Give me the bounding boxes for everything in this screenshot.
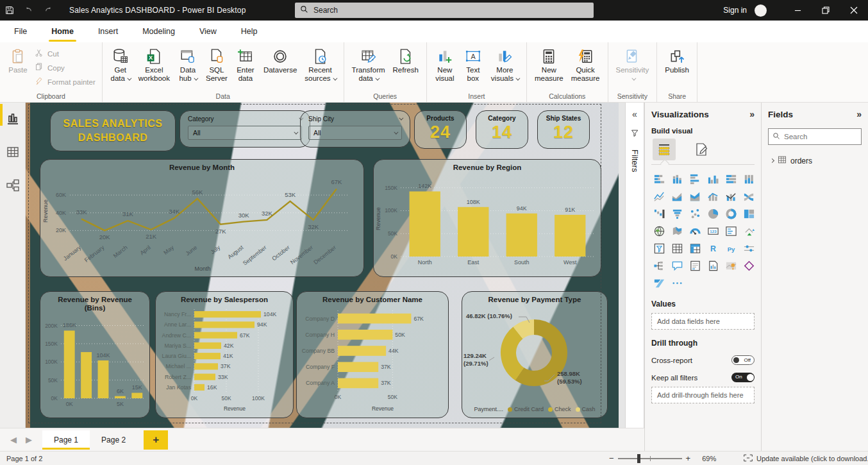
restore-button[interactable] xyxy=(812,0,840,21)
parameter-visual-icon[interactable] xyxy=(741,241,756,256)
power-apps-visual-icon[interactable] xyxy=(741,258,756,273)
avatar[interactable] xyxy=(755,4,767,17)
slicer-ship-city[interactable]: Ship City All xyxy=(300,110,410,148)
keep-all-filters-toggle[interactable]: On xyxy=(731,373,755,382)
pct-stacked-bar-visual-icon[interactable] xyxy=(723,171,739,187)
qa-visual-icon[interactable] xyxy=(669,258,685,273)
ribbon-visual-icon[interactable] xyxy=(741,189,756,204)
pie-visual-icon[interactable] xyxy=(705,206,721,221)
fit-to-page-icon[interactable] xyxy=(744,454,753,463)
more-visual-icon[interactable] xyxy=(669,275,685,291)
menu-tab-file[interactable]: File xyxy=(13,24,28,38)
format-visual-mode-button[interactable] xyxy=(690,139,713,160)
kpi-card-ship-states[interactable]: Ship States 12 xyxy=(537,110,590,149)
collapse-visualizations-icon[interactable]: » xyxy=(749,109,755,119)
expand-table-icon[interactable] xyxy=(770,158,774,163)
search-input[interactable] xyxy=(313,6,588,15)
chart-revenue-by-region[interactable]: Revenue by Region 0K50K100K150KRevenue14… xyxy=(373,159,601,277)
zoom-out-button[interactable]: − xyxy=(609,453,614,463)
dataverse-button[interactable]: Dataverse xyxy=(260,44,301,74)
undo-icon[interactable] xyxy=(19,0,38,21)
chart-revenue-bins[interactable]: Revenue by Revenue (Bins) 0K50K100K150K2… xyxy=(40,291,150,418)
menu-tab-help[interactable]: Help xyxy=(240,24,259,38)
scatter-visual-icon[interactable] xyxy=(687,206,703,221)
filled-map-visual-icon[interactable] xyxy=(669,223,685,239)
line-stacked-column-visual-icon[interactable] xyxy=(705,189,721,204)
redo-icon[interactable] xyxy=(38,0,58,21)
chevron-down-icon[interactable] xyxy=(399,116,403,121)
clustered-column-visual-icon[interactable] xyxy=(705,171,721,187)
map-visual-icon[interactable] xyxy=(651,223,667,239)
next-page-arrow[interactable]: ▶ xyxy=(26,435,32,444)
slicer-dropdown[interactable]: All xyxy=(188,126,302,140)
data-hub-button[interactable]: Datahub xyxy=(174,44,202,83)
r-script-visual-icon[interactable]: R xyxy=(705,241,721,256)
data-view-button[interactable] xyxy=(4,144,21,160)
chart-revenue-by-payment-type[interactable]: Revenue by Payment Type 258.98K(59.53%)1… xyxy=(462,291,608,418)
line-clustered-column-visual-icon[interactable] xyxy=(723,189,739,204)
quick-measure-button[interactable]: Quickmeasure xyxy=(567,44,604,83)
table-orders[interactable]: orders xyxy=(768,155,862,166)
clustered-bar-visual-icon[interactable] xyxy=(687,171,703,187)
chart-revenue-by-salesperson[interactable]: Revenue by Salesperson 0K50K100KNancy Fr… xyxy=(155,291,294,418)
new-visual-button[interactable]: Newvisual xyxy=(431,44,459,83)
minimize-button[interactable] xyxy=(783,0,812,21)
zoom-in-button[interactable]: + xyxy=(686,453,691,463)
area-visual-icon[interactable] xyxy=(669,189,685,204)
donut-visual-icon[interactable] xyxy=(723,206,739,221)
card-visual-icon[interactable]: 123 xyxy=(705,223,721,239)
smart-narrative-visual-icon[interactable] xyxy=(687,258,703,273)
kpi-card-products[interactable]: Products 24 xyxy=(414,110,467,149)
menu-tab-insert[interactable]: Insert xyxy=(97,24,119,38)
chart-revenue-by-customer[interactable]: Revenue by Customer Name 0K50KCompany D6… xyxy=(296,291,449,418)
enter-data-button[interactable]: Enterdata xyxy=(231,44,260,83)
excel-workbook-button[interactable]: XExcelworkbook xyxy=(135,44,174,83)
gauge-visual-icon[interactable] xyxy=(687,223,703,239)
add-drill-through-fields-dropzone[interactable]: Add drill-through fields here xyxy=(651,387,755,403)
text-box-button[interactable]: ATextbox xyxy=(459,44,487,83)
transform-data-button[interactable]: Transformdata xyxy=(348,44,389,83)
model-view-button[interactable] xyxy=(4,177,21,194)
sign-in-button[interactable]: Sign in xyxy=(723,6,747,15)
slicer-visual-icon[interactable] xyxy=(651,241,667,256)
save-icon[interactable] xyxy=(0,0,19,21)
funnel-visual-icon[interactable] xyxy=(669,206,685,221)
kpi-visual-icon[interactable]: ▲ xyxy=(741,223,756,239)
fields-search-input[interactable] xyxy=(784,133,857,140)
new-page-button[interactable]: + xyxy=(144,430,168,450)
table-visual-icon[interactable] xyxy=(669,241,685,256)
line-visual-icon[interactable] xyxy=(651,189,667,204)
refresh-button[interactable]: Refresh xyxy=(389,44,422,74)
sql-server-button[interactable]: SQLServer xyxy=(202,44,231,83)
chart-revenue-by-month[interactable]: Revenue by Month 20K40K60KRevenue33K20K3… xyxy=(40,159,364,277)
menu-tab-home[interactable]: Home xyxy=(50,24,75,38)
publish-button[interactable]: Publish xyxy=(661,44,693,74)
global-search-box[interactable] xyxy=(295,3,594,18)
slicer-dropdown[interactable]: All xyxy=(308,126,402,140)
recent-sources-button[interactable]: Recentsources xyxy=(301,44,339,83)
power-automate-visual-icon[interactable] xyxy=(651,275,667,291)
python-visual-icon[interactable]: Py xyxy=(723,241,739,256)
expand-filters-icon[interactable]: « xyxy=(632,109,637,119)
menu-tab-view[interactable]: View xyxy=(198,24,218,38)
new-measure-button[interactable]: Newmeasure xyxy=(531,44,567,83)
stacked-column-visual-icon[interactable] xyxy=(669,171,685,187)
kpi-card-category[interactable]: Category 14 xyxy=(476,110,528,149)
tab-page-1[interactable]: Page 1 xyxy=(42,430,90,450)
decomposition-tree-visual-icon[interactable] xyxy=(651,258,667,273)
get-data-button[interactable]: Getdata xyxy=(106,44,135,83)
stacked-bar-visual-icon[interactable] xyxy=(651,171,667,187)
report-view-button[interactable] xyxy=(4,110,21,127)
waterfall-visual-icon[interactable] xyxy=(651,206,667,221)
collapse-fields-icon[interactable]: » xyxy=(856,109,862,119)
zoom-slider[interactable] xyxy=(618,458,682,459)
menu-tab-modeling[interactable]: Modeling xyxy=(141,24,176,38)
treemap-visual-icon[interactable] xyxy=(741,206,756,221)
build-visual-mode-button[interactable] xyxy=(653,139,676,160)
add-data-fields-dropzone[interactable]: Add data fields here xyxy=(651,313,755,330)
multi-row-card-visual-icon[interactable] xyxy=(723,223,739,239)
close-button[interactable] xyxy=(840,0,868,21)
arcgis-visual-icon[interactable] xyxy=(723,258,739,273)
cross-report-toggle[interactable]: Off xyxy=(731,355,755,365)
dashboard-title-card[interactable]: SALES ANALYTICS DASHBOARD xyxy=(50,110,176,151)
